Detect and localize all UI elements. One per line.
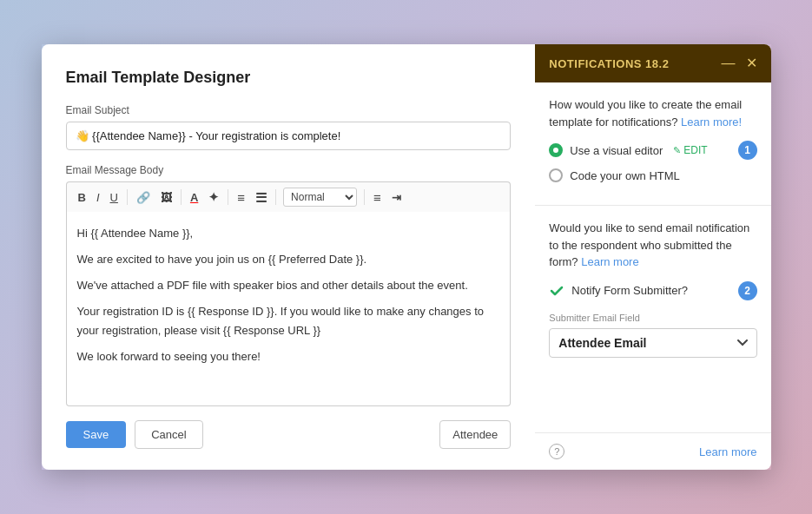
submitter-email-select[interactable]: Attendee Email Email Other xyxy=(549,328,756,358)
toolbar-separator-5 xyxy=(364,189,365,205)
toolbar-separator-4 xyxy=(275,189,276,205)
ul-button[interactable]: ☰ xyxy=(251,188,271,207)
ol-button[interactable]: ≡ xyxy=(233,188,249,207)
notifications-footer: ? Learn more xyxy=(535,432,770,470)
panel-title: Email Template Designer xyxy=(66,69,512,87)
notifications-section-2: Would you like to send email notificatio… xyxy=(535,206,770,432)
email-template-designer: Email Template Designer Email Subject Em… xyxy=(42,44,536,470)
attendee-button[interactable]: Attendee xyxy=(439,420,511,449)
highlight-button[interactable]: ✦ xyxy=(204,188,223,206)
body-line-2: We are excited to have you join us on {{… xyxy=(77,250,500,269)
toolbar-separator-2 xyxy=(181,189,182,205)
bold-button[interactable]: B xyxy=(74,189,90,206)
radio-html[interactable]: Code your own HTML xyxy=(549,168,756,182)
body-line-1: Hi {{ Attendee Name }}, xyxy=(77,224,500,243)
underline-button[interactable]: U xyxy=(106,189,122,206)
editor-body[interactable]: Hi {{ Attendee Name }}, We are excited t… xyxy=(66,212,512,406)
radio-html-label: Code your own HTML xyxy=(570,169,679,182)
step-badge-1: 1 xyxy=(738,141,757,160)
close-button[interactable]: ✕ xyxy=(746,56,757,70)
cancel-button[interactable]: Cancel xyxy=(135,420,202,449)
header-controls: — ✕ xyxy=(722,56,757,70)
radio-visual-editor[interactable]: Use a visual editor EDIT xyxy=(549,143,737,157)
link-button[interactable]: 🔗 xyxy=(132,189,155,206)
notifications-header: NOTIFICATIONS 18.2 — ✕ xyxy=(535,44,770,82)
section2-learn-more[interactable]: Learn more xyxy=(581,255,638,268)
indent-button[interactable]: ⇥ xyxy=(387,189,406,206)
italic-button[interactable]: I xyxy=(92,189,104,206)
check-icon xyxy=(549,283,564,299)
section1-learn-more[interactable]: Learn more! xyxy=(681,115,742,128)
radio-visual-label: Use a visual editor xyxy=(570,144,663,157)
subject-input[interactable] xyxy=(66,122,512,150)
footer-learn-more[interactable]: Learn more xyxy=(699,445,756,458)
step-badge-2: 2 xyxy=(738,281,757,300)
notifications-section-1: How would you like to create the email t… xyxy=(535,82,770,206)
notify-submitter-label: Notify Form Submitter? xyxy=(571,284,688,297)
editor-toolbar: B I U 🔗 🖼 A ✦ ≡ ☰ Normal Heading 1 Headi… xyxy=(66,181,512,212)
help-icon[interactable]: ? xyxy=(549,444,564,459)
notifications-panel: NOTIFICATIONS 18.2 — ✕ How would you lik… xyxy=(535,44,770,470)
font-color-button[interactable]: A xyxy=(186,189,202,206)
radio-html-icon xyxy=(549,168,563,182)
section2-question: Would you like to send email notificatio… xyxy=(549,220,756,271)
format-select[interactable]: Normal Heading 1 Heading 2 Heading 3 xyxy=(283,188,357,207)
footer-buttons: Save Cancel Attendee xyxy=(66,420,512,449)
body-line-5: We look forward to seeing you there! xyxy=(77,347,500,366)
notify-submitter-row[interactable]: Notify Form Submitter? xyxy=(549,283,737,299)
section1-question: How would you like to create the email t… xyxy=(549,96,756,130)
save-button[interactable]: Save xyxy=(66,421,127,448)
minimize-button[interactable]: — xyxy=(722,56,736,70)
align-button[interactable]: ≡ xyxy=(369,188,386,207)
radio-visual-selected-icon xyxy=(549,143,563,157)
submitter-email-label: Submitter Email Field xyxy=(549,313,756,323)
toolbar-separator-3 xyxy=(228,189,228,205)
body-line-4: Your registration ID is {{ Response ID }… xyxy=(77,302,500,340)
subject-label: Email Subject xyxy=(66,104,512,116)
message-label: Email Message Body xyxy=(66,164,512,176)
edit-link[interactable]: EDIT xyxy=(673,144,707,156)
body-line-3: We've attached a PDF file with speaker b… xyxy=(77,276,500,295)
image-button[interactable]: 🖼 xyxy=(156,189,176,206)
toolbar-separator-1 xyxy=(127,189,128,205)
notifications-title: NOTIFICATIONS 18.2 xyxy=(549,57,669,70)
